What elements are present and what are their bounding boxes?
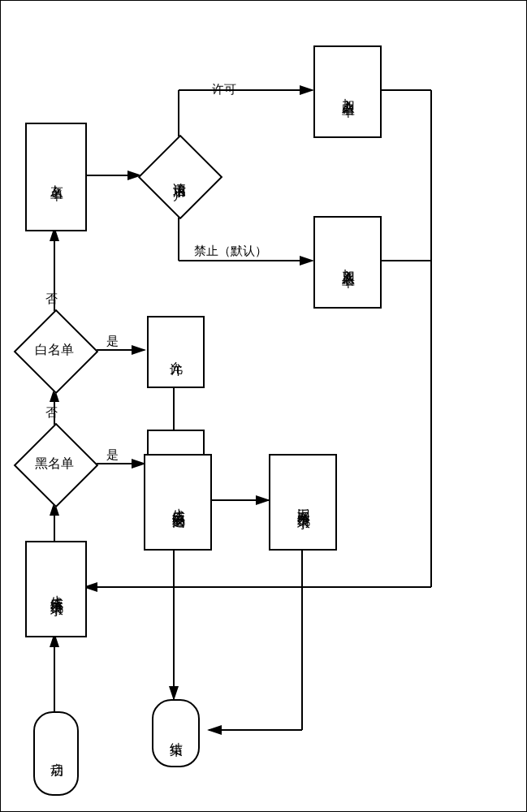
edge-permit: 许可 [212,82,236,97]
terminator-start: 启动 [33,711,79,796]
edge-deny-default: 禁止（默认） [194,244,267,259]
edge-white-yes: 是 [106,334,119,349]
gen-return-label: 生成系统返回 [170,498,187,508]
process-gen-request: 生成系统请求 [25,541,87,637]
flowchart-canvas: 启动 生成系统请求 黑名单 否 是 白名单 否 是 灰名单 请求用户 许可 禁止… [0,0,527,812]
blacklist-label: 黑名单 [35,456,74,473]
terminator-end: 结束 [152,699,200,767]
edge-black-yes: 是 [106,447,119,463]
graylist-label: 灰名单 [48,175,65,179]
process-allow: 允许 [147,316,205,388]
add-black-label: 加入黑名单 [339,258,356,266]
process-graylist: 灰名单 [25,123,87,231]
process-return-req: 返回系统请求 [269,454,337,551]
whitelist-label: 白名单 [35,342,74,359]
decision-ask-user: 请求用户 [150,147,207,204]
gen-request-label: 生成系统请求 [48,585,65,594]
edge-white-no: 否 [45,292,58,307]
decision-blacklist: 黑名单 [26,435,83,492]
edge-black-no: 否 [45,405,58,421]
return-req-label: 返回系统请求 [295,498,312,508]
process-gen-return: 生成系统返回 [144,454,212,551]
ask-user-label: 请求用户 [171,172,188,179]
process-add-white: 加入白名单 [313,45,382,138]
decision-whitelist: 白名单 [26,322,83,378]
add-white-label: 加入白名单 [339,88,356,96]
end-label: 结束 [167,732,184,735]
allow-label: 允许 [167,351,184,354]
start-label: 启动 [48,752,65,755]
process-add-black: 加入黑名单 [313,216,382,309]
